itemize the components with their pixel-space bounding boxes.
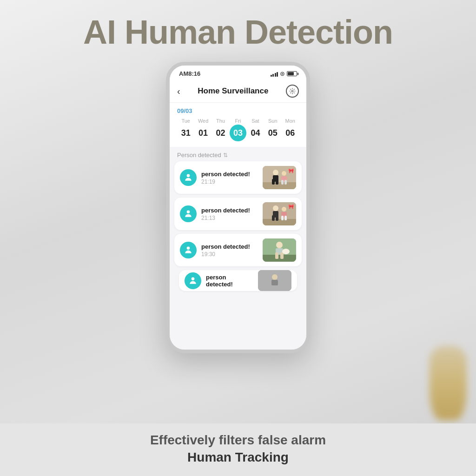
svg-rect-31 (280, 252, 284, 259)
settings-button[interactable] (286, 85, 299, 98)
svg-text:🎀: 🎀 (288, 168, 294, 174)
day-name: Thu (216, 118, 225, 124)
filter-text: Person detected (177, 152, 221, 159)
status-time: AM8:16 (179, 70, 200, 77)
nav-bar: ‹ Home Surveillance (170, 80, 306, 103)
signal-icon (271, 71, 278, 77)
detection-card-4-partial[interactable]: person detected! (179, 270, 297, 291)
detection-info-4: person detected! (206, 274, 253, 288)
sort-icon: ⇅ (223, 152, 228, 159)
detection-title-1: person detected! (201, 171, 258, 178)
detection-title-3: person detected! (201, 243, 258, 250)
detection-info-2: person detected! 21:13 (201, 207, 258, 221)
filter-label[interactable]: Person detected ⇅ (177, 152, 299, 159)
svg-rect-15 (263, 219, 296, 225)
day-name: Tue (181, 118, 190, 124)
svg-point-13 (187, 211, 190, 214)
day-num: 03 (230, 125, 246, 141)
svg-rect-27 (263, 255, 296, 262)
day-name: Mon (285, 118, 295, 124)
top-section: AI Human Detection AM8:16 ⊛ (0, 0, 476, 353)
detection-title-2: person detected! (201, 207, 258, 214)
date-label: 09/03 (177, 107, 299, 114)
person-icon-1 (180, 169, 197, 186)
detection-thumb-3 (263, 238, 296, 262)
app-content: ‹ Home Surveillance 09/03 Tue (170, 80, 306, 350)
detection-list: person detected! 21:19 (170, 161, 306, 291)
day-name: Fri (235, 118, 241, 124)
day-wed-01[interactable]: Wed 01 (194, 118, 212, 141)
svg-point-28 (276, 242, 283, 248)
detection-thumb-2: 🎀 (263, 202, 296, 225)
day-name: Sun (268, 118, 278, 124)
status-bar: AM8:16 ⊛ (170, 66, 306, 80)
subtitle-line1: Effectively filters false alarm (9, 432, 467, 449)
person-icon-3 (180, 242, 197, 258)
detection-card-3[interactable]: person detected! 19:30 (174, 234, 302, 266)
svg-point-4 (273, 170, 278, 175)
detection-title-4: person detected! (206, 274, 253, 288)
day-num: 01 (195, 125, 212, 141)
phone-mockup: AM8:16 ⊛ ‹ (166, 62, 310, 353)
svg-rect-3 (263, 182, 296, 189)
svg-rect-7 (276, 179, 278, 185)
svg-point-20 (282, 207, 286, 212)
svg-point-25 (187, 247, 190, 250)
day-name: Wed (198, 118, 208, 124)
svg-rect-10 (281, 180, 284, 185)
day-fri-03[interactable]: Fri 03 (229, 118, 246, 141)
wifi-icon: ⊛ (280, 70, 285, 77)
svg-point-16 (273, 205, 278, 211)
detection-card-1[interactable]: person detected! 21:19 (174, 161, 302, 194)
status-icons: ⊛ (271, 70, 298, 77)
person-icon-2 (180, 205, 197, 222)
day-thu-02[interactable]: Thu 02 (212, 118, 229, 141)
subtitle-line2: Human Tracking (9, 449, 467, 466)
detection-time-1: 21:19 (201, 178, 258, 185)
svg-point-8 (282, 171, 286, 176)
day-num: 04 (247, 125, 264, 141)
day-num: 06 (282, 125, 298, 141)
detection-time-3: 19:30 (201, 251, 258, 258)
day-tue-31[interactable]: Tue 31 (177, 118, 194, 141)
calendar-row: Tue 31 Wed 01 Thu 02 Fri (177, 118, 299, 141)
day-num: 02 (212, 125, 229, 141)
deco-vase (430, 346, 467, 420)
person-icon-4 (185, 272, 201, 289)
bottom-section: Effectively filters false alarm Human Tr… (0, 423, 476, 476)
day-sat-04[interactable]: Sat 04 (247, 118, 264, 141)
svg-rect-6 (272, 179, 275, 185)
day-name: Sat (251, 118, 259, 124)
nav-title: Home Surveillance (198, 86, 268, 96)
detection-thumb-4 (258, 270, 291, 291)
svg-rect-36 (271, 280, 278, 285)
filter-bar: Person detected ⇅ (170, 147, 306, 161)
detection-card-2[interactable]: person detected! 21:13 (174, 198, 302, 230)
day-sun-05[interactable]: Sun 05 (264, 118, 281, 141)
date-section: 09/03 Tue 31 Wed 01 Thu 02 (170, 103, 306, 147)
phone-body: AM8:16 ⊛ ‹ (166, 62, 310, 353)
svg-rect-22 (281, 216, 284, 220)
day-num: 31 (178, 125, 194, 141)
battery-icon (287, 71, 297, 76)
svg-point-35 (272, 274, 278, 280)
day-mon-06[interactable]: Mon 06 (282, 118, 299, 141)
page-title: AI Human Detection (83, 14, 393, 51)
back-button[interactable]: ‹ (177, 86, 180, 97)
svg-rect-18 (272, 215, 275, 221)
day-num: 05 (264, 125, 281, 141)
svg-text:🎀: 🎀 (288, 204, 294, 210)
svg-point-32 (282, 249, 290, 254)
svg-point-0 (291, 90, 293, 92)
detection-info-3: person detected! 19:30 (201, 243, 258, 258)
svg-point-1 (187, 174, 190, 178)
svg-rect-11 (284, 180, 287, 185)
detection-thumb-1: 🎀 (263, 166, 296, 189)
detection-info-1: person detected! 21:19 (201, 171, 258, 185)
svg-rect-30 (275, 252, 278, 259)
svg-rect-19 (276, 215, 278, 221)
svg-rect-23 (284, 216, 287, 220)
detection-time-2: 21:13 (201, 215, 258, 221)
svg-point-33 (192, 277, 195, 280)
